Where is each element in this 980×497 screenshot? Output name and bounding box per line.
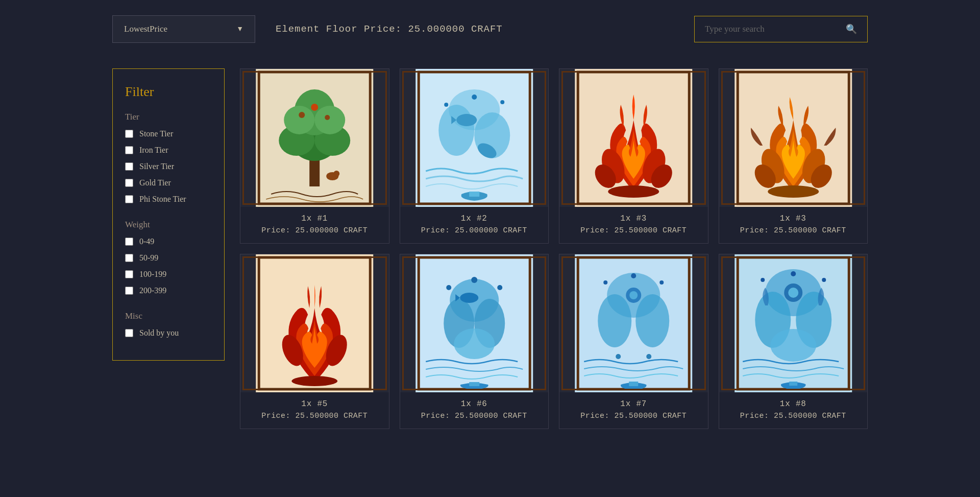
svg-point-80 bbox=[791, 271, 796, 276]
svg-point-78 bbox=[761, 278, 765, 282]
svg-point-65 bbox=[659, 280, 664, 285]
sold-by-you-label: Sold by you bbox=[139, 328, 179, 338]
tier-section-label: Tier bbox=[125, 112, 212, 122]
stone-tier-checkbox[interactable] bbox=[125, 130, 133, 138]
svg-point-79 bbox=[822, 278, 826, 282]
svg-point-53 bbox=[446, 285, 451, 290]
search-box[interactable]: 🔍 bbox=[694, 16, 868, 42]
card-item[interactable]: 1x #5 Price: 25.500000 CRAFT bbox=[240, 254, 389, 429]
svg-rect-69 bbox=[629, 382, 638, 386]
svg-point-77 bbox=[788, 288, 798, 298]
card-quantity-id: 1x #1 bbox=[246, 214, 384, 223]
search-icon: 🔍 bbox=[846, 23, 857, 35]
weight-200-399-label: 200-399 bbox=[139, 286, 166, 295]
svg-point-54 bbox=[497, 285, 502, 290]
phi-stone-tier-label: Phi Stone Tier bbox=[139, 195, 186, 204]
card-info: 1x #3 Price: 25.500000 CRAFT bbox=[719, 207, 868, 243]
filter-panel: Filter Tier Stone Tier Iron Tier Silver … bbox=[112, 68, 225, 361]
phi-stone-tier-checkbox[interactable] bbox=[125, 195, 133, 203]
card-price: Price: 25.500000 CRAFT bbox=[405, 412, 544, 420]
filter-title: Filter bbox=[125, 84, 212, 100]
iron-tier-checkbox[interactable] bbox=[125, 146, 133, 154]
card-item[interactable]: 1x #1 Price: 25.000000 CRAFT bbox=[240, 68, 389, 244]
svg-point-61 bbox=[635, 294, 669, 347]
silver-tier-label: Silver Tier bbox=[139, 162, 174, 171]
svg-point-50 bbox=[454, 328, 495, 359]
svg-point-63 bbox=[629, 291, 638, 299]
filter-weight-50-99[interactable]: 50-99 bbox=[125, 253, 212, 263]
card-item[interactable]: 1x #7 Price: 25.500000 CRAFT bbox=[559, 254, 708, 429]
card-item[interactable]: 1x #2 Price: 25.000000 CRAFT bbox=[400, 68, 549, 244]
sort-label: LowestPrice bbox=[124, 24, 167, 34]
filter-silver-tier[interactable]: Silver Tier bbox=[125, 162, 212, 171]
card-quantity-id: 1x #2 bbox=[405, 214, 544, 223]
card-price: Price: 25.500000 CRAFT bbox=[565, 226, 703, 235]
card-info: 1x #3 Price: 25.500000 CRAFT bbox=[559, 207, 708, 243]
weight-50-99-label: 50-99 bbox=[139, 253, 158, 263]
misc-section-label: Misc bbox=[125, 311, 212, 321]
svg-point-8 bbox=[314, 106, 345, 134]
filter-weight-200-399[interactable]: 200-399 bbox=[125, 286, 212, 295]
svg-point-11 bbox=[311, 104, 318, 111]
filter-phi-stone-tier[interactable]: Phi Stone Tier bbox=[125, 195, 212, 204]
card-art-blue-water bbox=[400, 69, 549, 207]
card-item[interactable]: 1x #3 Price: 25.500000 CRAFT bbox=[559, 68, 708, 244]
weight-100-199-checkbox[interactable] bbox=[125, 270, 133, 278]
svg-point-32 bbox=[608, 185, 659, 198]
dropdown-arrow-icon: ▼ bbox=[236, 25, 243, 33]
card-price: Price: 25.000000 CRAFT bbox=[405, 226, 544, 235]
card-item[interactable]: 1x #3 Price: 25.500000 CRAFT bbox=[719, 68, 868, 244]
svg-point-10 bbox=[325, 115, 330, 120]
svg-point-66 bbox=[631, 273, 636, 278]
svg-rect-56 bbox=[469, 382, 479, 386]
card-info: 1x #2 Price: 25.000000 CRAFT bbox=[400, 207, 549, 243]
card-info: 1x #7 Price: 25.500000 CRAFT bbox=[559, 392, 708, 429]
card-price: Price: 25.500000 CRAFT bbox=[565, 412, 703, 420]
svg-point-75 bbox=[770, 329, 816, 362]
svg-point-39 bbox=[768, 185, 819, 198]
svg-point-67 bbox=[616, 354, 621, 359]
iron-tier-label: Iron Tier bbox=[139, 146, 168, 155]
silver-tier-checkbox[interactable] bbox=[125, 162, 133, 171]
card-art-blue-pattern-6 bbox=[400, 254, 549, 392]
weight-0-49-checkbox[interactable] bbox=[125, 238, 133, 246]
svg-point-60 bbox=[598, 294, 631, 347]
svg-point-68 bbox=[646, 354, 651, 359]
filter-weight-0-49[interactable]: 0-49 bbox=[125, 237, 212, 246]
card-price: Price: 25.500000 CRAFT bbox=[724, 226, 863, 235]
filter-stone-tier[interactable]: Stone Tier bbox=[125, 129, 212, 138]
card-quantity-id: 1x #6 bbox=[405, 399, 544, 409]
weight-50-99-checkbox[interactable] bbox=[125, 254, 133, 262]
svg-point-22 bbox=[444, 103, 448, 107]
card-art-green-tree bbox=[240, 69, 389, 207]
svg-point-51 bbox=[460, 293, 478, 303]
svg-point-55 bbox=[471, 277, 477, 283]
search-input[interactable] bbox=[705, 24, 841, 34]
card-item[interactable]: 1x #6 Price: 25.500000 CRAFT bbox=[400, 254, 549, 429]
stone-tier-label: Stone Tier bbox=[139, 129, 173, 138]
card-grid: 1x #1 Price: 25.000000 CRAFT bbox=[240, 68, 868, 429]
svg-point-19 bbox=[456, 114, 477, 126]
svg-point-9 bbox=[299, 112, 305, 118]
sort-dropdown[interactable]: LowestPrice ▼ bbox=[112, 15, 255, 43]
sold-by-you-checkbox[interactable] bbox=[125, 329, 133, 337]
filter-weight-100-199[interactable]: 100-199 bbox=[125, 270, 212, 279]
main-content: Filter Tier Stone Tier Iron Tier Silver … bbox=[0, 58, 980, 439]
filter-gold-tier[interactable]: Gold Tier bbox=[125, 178, 212, 187]
card-quantity-id: 1x #3 bbox=[724, 214, 863, 223]
svg-point-44 bbox=[291, 376, 337, 386]
weight-100-199-label: 100-199 bbox=[139, 270, 166, 279]
card-item[interactable]: 1x #8 Price: 25.500000 CRAFT bbox=[719, 254, 868, 429]
card-info: 1x #1 Price: 25.000000 CRAFT bbox=[240, 207, 389, 243]
svg-point-13 bbox=[333, 171, 339, 177]
filter-iron-tier[interactable]: Iron Tier bbox=[125, 146, 212, 155]
card-price: Price: 25.500000 CRAFT bbox=[724, 412, 863, 420]
svg-rect-81 bbox=[789, 382, 797, 386]
header: LowestPrice ▼ Element Floor Price: 25.00… bbox=[0, 0, 980, 58]
gold-tier-checkbox[interactable] bbox=[125, 179, 133, 187]
svg-point-24 bbox=[472, 94, 477, 100]
floor-price-display: Element Floor Price: 25.000000 CRAFT bbox=[276, 23, 503, 35]
card-quantity-id: 1x #7 bbox=[565, 399, 703, 409]
weight-200-399-checkbox[interactable] bbox=[125, 287, 133, 295]
filter-sold-by-you[interactable]: Sold by you bbox=[125, 328, 212, 338]
